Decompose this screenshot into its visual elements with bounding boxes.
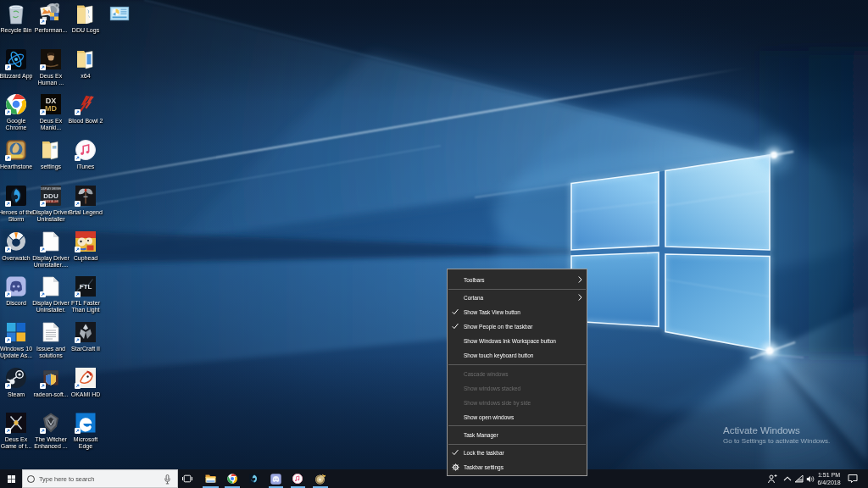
svg-text:MD: MD: [45, 104, 57, 113]
svg-text:FTL: FTL: [80, 283, 92, 291]
svg-text:DDU: DDU: [43, 192, 58, 200]
svg-text:DISPLAY DRIVER: DISPLAY DRIVER: [41, 187, 62, 191]
